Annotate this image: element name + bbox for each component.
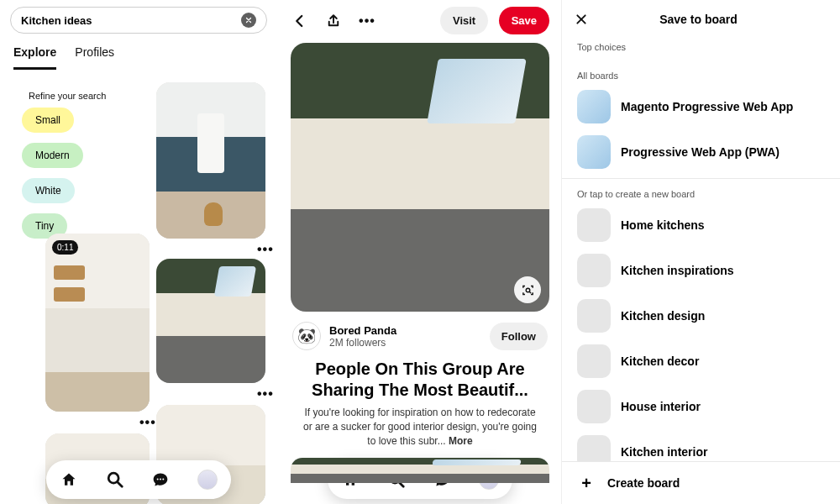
board-thumb-placeholder bbox=[577, 299, 611, 333]
board-name: Kitchen inspirations bbox=[621, 264, 734, 277]
pin-card-video[interactable]: 0:11 bbox=[45, 234, 150, 412]
save-to-board-panel: Save to board Top choices All boards Mag… bbox=[561, 0, 840, 504]
create-board-row[interactable]: + Create board bbox=[562, 461, 840, 504]
pin-overflow-icon[interactable]: ••• bbox=[139, 415, 156, 430]
board-name: Magento Progressive Web App bbox=[621, 100, 793, 113]
svg-point-4 bbox=[163, 479, 165, 480]
pin-detail-panel: ••• Visit Save 🐼 Bored Panda 2M follower… bbox=[279, 0, 561, 504]
create-board-label: Create board bbox=[607, 476, 680, 490]
related-pin-peek[interactable] bbox=[291, 458, 549, 483]
board-name: Kitchen interior bbox=[621, 445, 707, 459]
more-link[interactable]: More bbox=[449, 435, 473, 447]
suggested-board-row[interactable]: House interior bbox=[562, 384, 840, 429]
author-row: 🐼 Bored Panda 2M followers Follow bbox=[279, 312, 561, 354]
suggested-board-row[interactable]: Kitchen design bbox=[562, 293, 840, 339]
plus-icon: + bbox=[577, 474, 596, 492]
visual-search-icon[interactable] bbox=[514, 276, 541, 303]
pin-card[interactable] bbox=[156, 82, 265, 239]
share-icon[interactable] bbox=[324, 12, 343, 30]
pin-title: People On This Group Are Sharing The Mos… bbox=[279, 354, 561, 404]
pin-overflow-icon[interactable]: ••• bbox=[257, 386, 274, 402]
board-row[interactable]: Magento Progressive Web App bbox=[562, 84, 840, 129]
pin-overflow-icon[interactable]: ••• bbox=[257, 242, 274, 257]
top-choices-label: Top choices bbox=[562, 35, 840, 55]
divider bbox=[562, 178, 840, 179]
suggested-board-row[interactable]: Kitchen inspirations bbox=[562, 248, 840, 293]
profile-avatar-icon[interactable] bbox=[197, 470, 218, 490]
board-name: Progressive Web App (PWA) bbox=[621, 145, 780, 159]
pin-card[interactable] bbox=[156, 259, 265, 383]
create-new-label: Or tap to create a new board bbox=[562, 182, 840, 202]
chat-icon[interactable] bbox=[151, 470, 170, 489]
explore-tabs: Explore Profiles bbox=[0, 39, 277, 71]
suggested-board-row[interactable]: Home kitchens bbox=[562, 202, 840, 248]
pin-hero-image[interactable] bbox=[291, 43, 549, 312]
author-avatar[interactable]: 🐼 bbox=[292, 322, 321, 350]
board-thumb-placeholder bbox=[577, 344, 611, 378]
pin-top-bar: ••• Visit Save bbox=[279, 0, 561, 39]
author-name[interactable]: Bored Panda bbox=[329, 324, 396, 337]
follow-button[interactable]: Follow bbox=[490, 323, 548, 350]
svg-point-5 bbox=[526, 288, 530, 292]
search-icon[interactable] bbox=[106, 470, 124, 489]
back-icon[interactable] bbox=[291, 12, 309, 30]
save-header: Save to board bbox=[562, 0, 840, 35]
all-boards-label: All boards bbox=[562, 55, 840, 84]
pin-grid: ••• 0:11 ••• ••• bbox=[45, 76, 269, 504]
more-icon[interactable]: ••• bbox=[358, 12, 376, 30]
author-left: 🐼 Bored Panda 2M followers bbox=[292, 322, 396, 350]
pin-top-left: ••• bbox=[291, 12, 376, 30]
board-name: Kitchen decor bbox=[621, 354, 699, 368]
board-thumb-placeholder bbox=[577, 390, 611, 423]
svg-point-2 bbox=[157, 479, 159, 480]
board-thumb-placeholder bbox=[577, 254, 611, 287]
visit-button[interactable]: Visit bbox=[440, 7, 488, 34]
clear-search-icon[interactable] bbox=[241, 13, 256, 28]
save-title: Save to board bbox=[570, 13, 827, 26]
author-followers: 2M followers bbox=[329, 337, 396, 349]
board-name: House interior bbox=[621, 400, 701, 413]
video-duration-badge: 0:11 bbox=[52, 240, 78, 255]
home-icon[interactable] bbox=[60, 470, 78, 489]
search-explore-panel: Explore Profiles Refine your search Smal… bbox=[0, 0, 277, 504]
bottom-nav bbox=[46, 460, 231, 499]
suggested-board-row[interactable]: Kitchen decor bbox=[562, 339, 840, 384]
board-thumb bbox=[577, 90, 611, 123]
svg-line-1 bbox=[118, 482, 123, 487]
tab-profiles[interactable]: Profiles bbox=[75, 45, 114, 70]
svg-line-6 bbox=[529, 291, 531, 293]
pin-top-right: Visit Save bbox=[440, 7, 549, 34]
svg-point-3 bbox=[160, 479, 161, 480]
tab-explore[interactable]: Explore bbox=[13, 45, 56, 70]
board-name: Home kitchens bbox=[621, 218, 705, 232]
board-thumb-placeholder bbox=[577, 208, 611, 242]
save-button[interactable]: Save bbox=[499, 7, 549, 34]
search-bar[interactable] bbox=[10, 7, 267, 34]
search-input[interactable] bbox=[21, 14, 241, 27]
board-thumb bbox=[577, 135, 611, 169]
pin-description: If you're looking for inspiration on how… bbox=[279, 404, 561, 449]
search-wrap bbox=[0, 0, 277, 39]
board-row[interactable]: Progressive Web App (PWA) bbox=[562, 129, 840, 175]
board-name: Kitchen design bbox=[621, 309, 705, 323]
